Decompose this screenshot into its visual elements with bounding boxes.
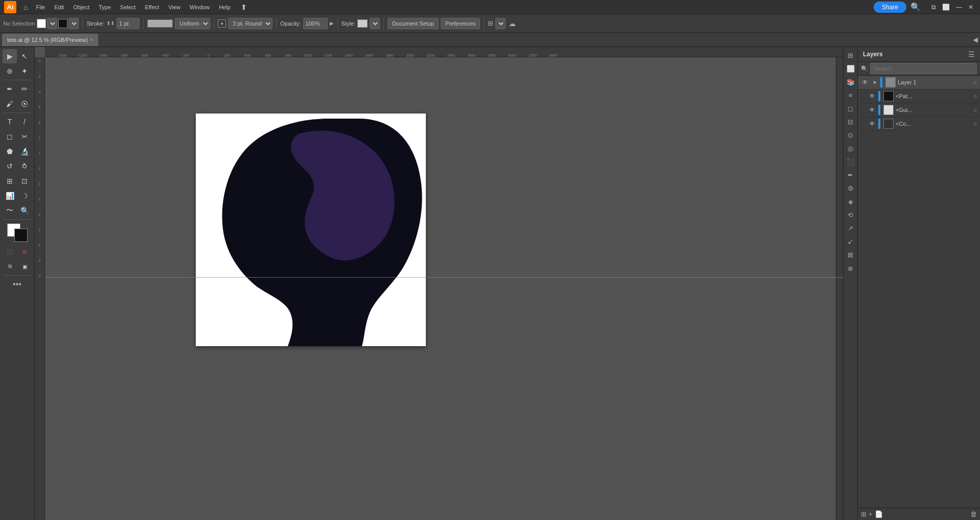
crop-icon[interactable]: ⊠ bbox=[845, 248, 857, 261]
symbols-icon[interactable]: ⚙ bbox=[845, 182, 857, 194]
menu-view[interactable]: View bbox=[164, 3, 185, 11]
pathfinder-icon[interactable]: ⊙ bbox=[845, 129, 857, 141]
search-icon[interactable]: 🔍 bbox=[907, 1, 924, 13]
cloud-upload-icon[interactable]: ☁ bbox=[509, 19, 516, 28]
fill-select[interactable]: ▼ bbox=[47, 18, 57, 29]
graphic-styles-icon[interactable]: ◈ bbox=[845, 195, 857, 208]
menu-type[interactable]: Type bbox=[95, 3, 115, 11]
style-select[interactable]: ▼ bbox=[370, 18, 380, 29]
stroke-swatch[interactable] bbox=[58, 19, 67, 28]
layer-expand-1[interactable]: ▼ bbox=[871, 79, 878, 86]
layers-search-input[interactable] bbox=[870, 63, 977, 74]
brush-tool[interactable]: 🖌 bbox=[3, 97, 17, 111]
rotate-tool[interactable]: ↺ bbox=[3, 159, 17, 173]
layer-visibility-1[interactable]: 👁 bbox=[861, 78, 869, 86]
stroke-type-select[interactable]: Uniform bbox=[175, 18, 210, 29]
actions-icon[interactable]: ≣ bbox=[845, 262, 857, 274]
menu-file[interactable]: File bbox=[32, 3, 49, 11]
color-mode-none[interactable]: ⊘ bbox=[17, 244, 32, 259]
direct-selection-tool[interactable]: ↖ bbox=[17, 49, 32, 63]
swatches-icon[interactable]: ⬛ bbox=[845, 155, 857, 168]
opacity-arrow[interactable]: ▶ bbox=[330, 20, 334, 26]
pen-tool[interactable]: ✒ bbox=[3, 82, 17, 96]
menu-window[interactable]: Window bbox=[186, 3, 214, 11]
home-icon[interactable]: ⌂ bbox=[20, 2, 31, 12]
transform-icon[interactable]: ⟲ bbox=[845, 209, 857, 221]
layers-panel-icon[interactable]: ⊞ bbox=[845, 49, 857, 61]
scissors-tool[interactable]: ✂ bbox=[17, 129, 32, 144]
selection-tool[interactable]: ▶ bbox=[3, 49, 17, 63]
color-mode-normal[interactable]: ⬛ bbox=[3, 244, 17, 259]
document-setup-button[interactable]: Document Setup bbox=[388, 18, 439, 29]
stroke-width-input[interactable] bbox=[117, 18, 140, 29]
lasso-tool[interactable]: ⊛ bbox=[3, 64, 17, 78]
stroke-select[interactable]: ▼ bbox=[69, 18, 79, 29]
layer-item-1[interactable]: 👁 ▼ Layer 1 ○ bbox=[858, 76, 980, 89]
tile-button[interactable]: ⧉ bbox=[929, 3, 939, 12]
align-icon[interactable]: ⊟ bbox=[845, 116, 857, 128]
arrange-select[interactable]: ▼ bbox=[495, 18, 506, 29]
new-layer-button[interactable]: 📄 bbox=[875, 510, 883, 518]
layer-visibility-4[interactable]: 👁 bbox=[868, 120, 876, 128]
artboards-icon[interactable]: ⬜ bbox=[845, 62, 857, 75]
color-icon[interactable]: ◎ bbox=[845, 142, 857, 154]
layer-item-3[interactable]: 👁 <Gui... ○ bbox=[858, 103, 980, 117]
maximize-button[interactable]: ⬜ bbox=[940, 3, 952, 12]
eraser-tool[interactable]: ◻ bbox=[3, 129, 17, 144]
more-tools-button[interactable]: ••• bbox=[10, 277, 25, 291]
draw-behind-tool[interactable]: ⧉ bbox=[3, 259, 17, 274]
chart-tool[interactable]: 📊 bbox=[3, 189, 17, 203]
export-icon[interactable]: ↗ bbox=[845, 222, 857, 234]
preferences-button[interactable]: Preferences bbox=[441, 18, 480, 29]
panel-collapse-icon[interactable]: ◀ bbox=[973, 36, 978, 43]
document-tab[interactable]: tete.ai @ 12.5 % (RGB/Preview) × bbox=[2, 34, 98, 46]
layer-visibility-3[interactable]: 👁 bbox=[868, 106, 876, 114]
delete-layer-button[interactable]: 🗑 bbox=[970, 510, 977, 518]
mesh-tool[interactable]: ⊡ bbox=[17, 174, 32, 188]
artboard-tool[interactable]: ▣ bbox=[17, 259, 32, 274]
zoom-tool[interactable]: 🔍 bbox=[17, 204, 32, 218]
menu-edit[interactable]: Edit bbox=[50, 3, 68, 11]
fill-swatch[interactable] bbox=[37, 19, 46, 28]
layer-lock-2[interactable]: ○ bbox=[973, 93, 977, 99]
layer-lock-3[interactable]: ○ bbox=[973, 107, 977, 113]
menu-object[interactable]: Object bbox=[69, 3, 94, 11]
close-button[interactable]: ✕ bbox=[966, 3, 976, 12]
stroke-arrows[interactable]: ⬆⬇ bbox=[106, 20, 115, 26]
properties-icon[interactable]: ≡ bbox=[845, 89, 857, 101]
stroke-color-box[interactable] bbox=[14, 229, 28, 242]
opacity-input[interactable] bbox=[303, 18, 328, 29]
magic-wand-tool[interactable]: ✦ bbox=[17, 64, 32, 78]
arrange-icon[interactable]: ⊞ bbox=[488, 19, 493, 27]
blob-brush-tool[interactable]: ⦿ bbox=[17, 97, 32, 111]
tab-close-button[interactable]: × bbox=[90, 37, 93, 42]
make-clipping-mask-button[interactable]: ⊞ bbox=[861, 510, 867, 518]
style-swatch[interactable] bbox=[357, 19, 368, 28]
layer-lock-4[interactable]: ○ bbox=[973, 121, 977, 127]
new-sublayer-button[interactable]: + bbox=[869, 510, 873, 518]
share-button[interactable]: Share bbox=[874, 2, 906, 13]
brushes-icon[interactable]: ✒ bbox=[845, 169, 857, 181]
menu-select[interactable]: Select bbox=[116, 3, 140, 11]
minimize-button[interactable]: — bbox=[953, 3, 965, 12]
appearance-icon[interactable]: ◻ bbox=[845, 102, 857, 115]
curvature-tool[interactable]: 〜 bbox=[3, 204, 17, 218]
libraries-icon[interactable]: 📚 bbox=[845, 76, 857, 88]
paint-bucket-tool[interactable]: ⬟ bbox=[3, 144, 17, 159]
layer-lock-1[interactable]: ○ bbox=[973, 79, 977, 85]
layers-menu-icon[interactable]: ☰ bbox=[968, 50, 975, 58]
cloud-icon[interactable]: ⬆ bbox=[238, 2, 250, 12]
stroke-cap-select[interactable]: 3 pt. Round bbox=[228, 18, 272, 29]
layer-item-4[interactable]: 👁 <Co... ○ bbox=[858, 117, 980, 131]
pencil-tool[interactable]: ✏ bbox=[17, 82, 32, 96]
reflect-tool[interactable]: ⥁ bbox=[17, 159, 32, 173]
hand-tool[interactable]: ☽ bbox=[17, 189, 32, 203]
blend-tool[interactable]: ⊞ bbox=[3, 174, 17, 188]
asset-export-icon[interactable]: ↙ bbox=[845, 235, 857, 247]
line-tool[interactable]: / bbox=[17, 115, 32, 129]
menu-help[interactable]: Help bbox=[215, 3, 235, 11]
menu-effect[interactable]: Effect bbox=[141, 3, 163, 11]
type-tool[interactable]: T bbox=[3, 115, 17, 129]
layer-item-2[interactable]: 👁 <Pat... ○ bbox=[858, 89, 980, 103]
layer-visibility-2[interactable]: 👁 bbox=[868, 92, 876, 100]
